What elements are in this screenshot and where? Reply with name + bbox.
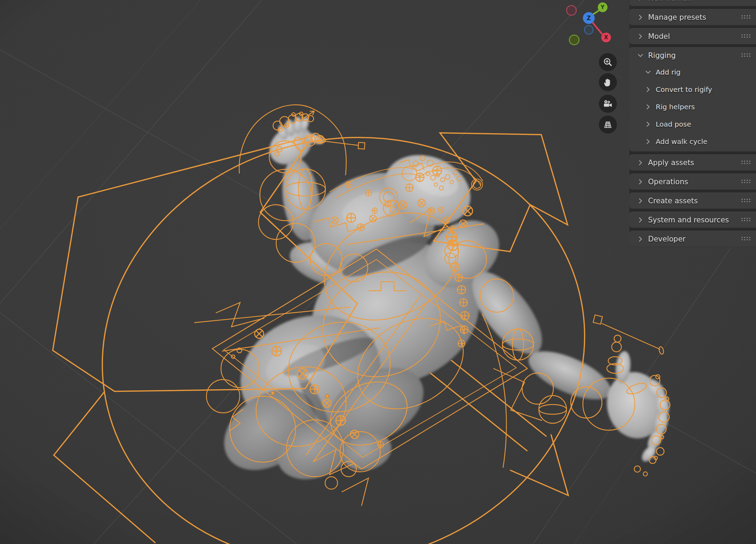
chevron-right-icon <box>645 103 652 110</box>
panel-apply-assets: Apply assets <box>629 154 756 171</box>
panel-label: Apply assets <box>648 159 694 167</box>
subpanel-rig-helpers[interactable]: Rig helpers <box>629 98 756 116</box>
subpanel-convert-to-rigify[interactable]: Convert to rigify <box>629 81 756 98</box>
chevron-right-icon <box>637 33 644 40</box>
panel-system-and-resources: System and resources <box>629 212 756 228</box>
panel-manage-presets: Manage presets <box>629 9 756 25</box>
chevron-right-icon <box>645 138 652 145</box>
subpanel-load-pose[interactable]: Load pose <box>629 116 756 133</box>
panel-drag-grip-icon[interactable] <box>741 216 751 223</box>
zoom-icon <box>603 57 613 67</box>
panel-header-operations[interactable]: Operations <box>629 173 756 190</box>
panel-label: Rigging <box>648 51 676 60</box>
panel-header-developer[interactable]: Developer <box>629 231 756 247</box>
mpfb-sidebar: New human Manage presets Model Rigging A… <box>629 0 756 247</box>
axis-neg-y-ball[interactable] <box>569 35 579 45</box>
panel-label: System and resources <box>648 216 729 224</box>
panel-label: New human <box>648 0 692 2</box>
subpanel-add-walk-cycle[interactable]: Add walk cycle <box>629 133 756 150</box>
panel-header-manage-presets[interactable]: Manage presets <box>629 9 756 25</box>
chevron-right-icon <box>645 121 652 128</box>
orientation-gizmo[interactable]: Z Y X <box>563 0 620 52</box>
axis-neg-z-ball[interactable] <box>585 26 593 34</box>
panel-drag-grip-icon[interactable] <box>741 0 751 1</box>
move-hand-icon <box>603 77 613 87</box>
panel-drag-grip-icon[interactable] <box>741 52 751 59</box>
axis-z-label: Z <box>587 15 591 22</box>
axis-y-label: Y <box>601 4 605 10</box>
chevron-right-icon <box>637 159 644 166</box>
chevron-down-icon <box>645 69 652 76</box>
panel-header-apply-assets[interactable]: Apply assets <box>629 154 756 171</box>
panel-label: Operations <box>648 178 688 186</box>
chevron-right-icon <box>637 216 644 223</box>
panel-header-model[interactable]: Model <box>629 28 756 44</box>
camera-view-icon <box>603 99 613 109</box>
panel-drag-grip-icon[interactable] <box>741 159 751 166</box>
chevron-right-icon <box>637 197 644 204</box>
panel-header-system-and-resources[interactable]: System and resources <box>629 212 756 228</box>
chevron-down-icon <box>637 52 644 59</box>
panel-drag-grip-icon[interactable] <box>741 33 751 40</box>
panel-model: Model <box>629 28 756 44</box>
panel-label: Create assets <box>648 197 698 205</box>
subpanel-add-rig[interactable]: Add rig <box>629 63 756 81</box>
panel-drag-grip-icon[interactable] <box>741 178 751 185</box>
panel-drag-grip-icon[interactable] <box>741 236 751 242</box>
panel-header-new-human[interactable]: New human <box>629 0 756 6</box>
panel-new-human: New human <box>629 0 756 6</box>
camera-view-button[interactable] <box>599 95 617 113</box>
panel-create-assets: Create assets <box>629 193 756 209</box>
blender-window: Z Y X New <box>0 0 756 544</box>
panel-drag-grip-icon[interactable] <box>741 14 751 20</box>
grid-floor-icon <box>603 119 613 130</box>
panel-header-rigging[interactable]: Rigging <box>629 47 756 63</box>
panel-operations: Operations <box>629 173 756 190</box>
chevron-right-icon <box>637 236 644 243</box>
grid-floor-button[interactable] <box>599 116 617 134</box>
axis-neg-x-ball[interactable] <box>567 6 576 15</box>
chevron-right-icon <box>637 0 644 1</box>
zoom-button[interactable] <box>599 53 617 71</box>
chevron-right-icon <box>637 178 644 185</box>
panel-drag-grip-icon[interactable] <box>741 197 751 204</box>
panel-label: Model <box>648 32 670 41</box>
panel-header-create-assets[interactable]: Create assets <box>629 193 756 209</box>
subpanel-label: Add rig <box>656 68 681 76</box>
subpanel-label: Convert to rigify <box>656 85 712 94</box>
subpanel-label: Load pose <box>656 120 691 128</box>
panel-rigging: Rigging Add rig Convert to rigify Rig he… <box>629 47 756 152</box>
panel-label: Manage presets <box>648 13 706 22</box>
chevron-right-icon <box>645 86 652 93</box>
panel-developer: Developer <box>629 231 756 247</box>
subpanel-label: Rig helpers <box>656 103 695 111</box>
axis-x-label: X <box>604 34 608 41</box>
pan-button[interactable] <box>599 73 617 91</box>
subpanel-label: Add walk cycle <box>656 137 707 146</box>
chevron-right-icon <box>637 14 644 21</box>
panel-label: Developer <box>648 235 686 243</box>
